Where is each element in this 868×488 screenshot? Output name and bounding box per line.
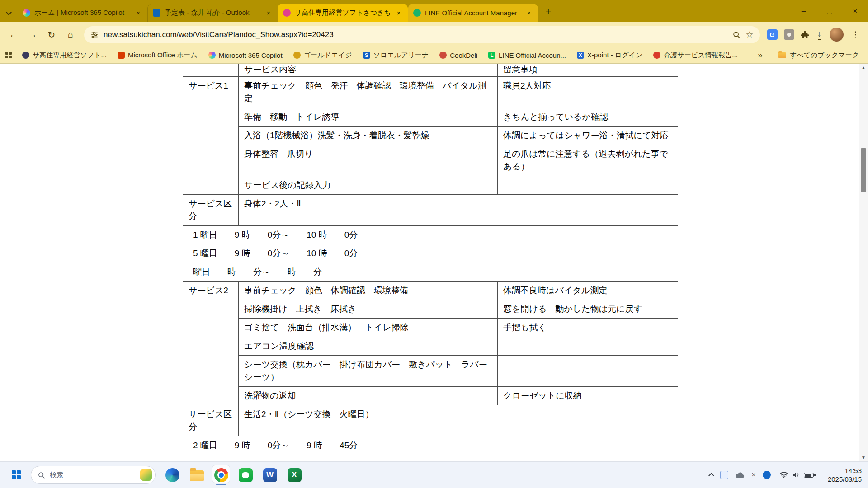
scrollbar-up-arrow[interactable]: ▲ bbox=[859, 65, 868, 70]
service-row: 洗濯物の返却クローゼットに収納 bbox=[183, 387, 678, 405]
tab-title: ホーム | Microsoft 365 Copilot bbox=[34, 9, 130, 17]
goldage-favicon bbox=[293, 52, 301, 59]
service-content-cell: 掃除機掛け 上拭き 床拭き bbox=[239, 300, 498, 319]
chrome-icon bbox=[214, 468, 228, 482]
new-tab-button[interactable]: + bbox=[542, 5, 555, 18]
taskbar-button-excel[interactable]: X bbox=[282, 463, 307, 487]
menu-button[interactable]: ⋮ bbox=[851, 29, 860, 40]
onedrive-cloud-icon[interactable] bbox=[735, 471, 745, 479]
bookmark-label: Microsoft 365 Copilot bbox=[219, 52, 283, 59]
tab-search-button[interactable] bbox=[0, 4, 17, 22]
xpoint-favicon: X bbox=[577, 52, 584, 59]
taskbar-button-chrome[interactable] bbox=[209, 463, 233, 487]
url-text: new.satsukichan.com/web/VisitCare/Plando… bbox=[104, 30, 727, 39]
tray-chevron-up-button[interactable] bbox=[709, 471, 713, 479]
tray-app-icon-1[interactable] bbox=[720, 471, 728, 479]
tab-title: LINE Official Account Manager bbox=[425, 9, 520, 17]
division-row: サービス区分身体2・2人・Ⅱ bbox=[183, 195, 678, 226]
service-content-cell: 準備 移動 トイレ誘導 bbox=[239, 108, 498, 127]
bookmark-item[interactable]: XX-point - ログイン bbox=[573, 49, 646, 61]
notes-cell: きちんと揃っているか確認 bbox=[498, 108, 678, 127]
notes-cell: 窓を開ける 動かした物は元に戻す bbox=[498, 300, 678, 319]
bookmark-star-icon[interactable]: ☆ bbox=[745, 29, 753, 40]
extensions-puzzle-icon[interactable] bbox=[801, 30, 810, 39]
bookmark-item[interactable]: Sソロエルアリーナ bbox=[359, 49, 433, 61]
bookmark-item[interactable]: LLINE Official Accoun... bbox=[484, 50, 570, 61]
taskbar-button-word[interactable]: W bbox=[258, 463, 282, 487]
notes-cell: 手摺も拭く bbox=[498, 319, 678, 337]
browser-tab-2[interactable]: 予定表 - 森井 祐介 - Outlook× bbox=[147, 4, 278, 22]
start-button[interactable] bbox=[6, 464, 26, 486]
bookmark-label: ソロエルアリーナ bbox=[373, 51, 429, 60]
bookmark-item[interactable]: サ高住専用経営ソフト... bbox=[18, 49, 111, 61]
office-favicon bbox=[118, 52, 125, 59]
browser-tab-3[interactable]: サ高住専用経営ソフトさつきちゃん× bbox=[278, 4, 408, 22]
copilot-favicon bbox=[23, 9, 30, 17]
tab-close-button[interactable]: × bbox=[264, 9, 273, 18]
file-explorer-icon bbox=[190, 470, 204, 481]
tab-close-button[interactable]: × bbox=[134, 9, 143, 18]
minimize-button[interactable]: – bbox=[791, 0, 816, 22]
bookmark-label: ゴールドエイジ bbox=[304, 51, 352, 60]
active-app-indicator bbox=[216, 484, 226, 485]
taskbar-button-edge[interactable] bbox=[160, 463, 184, 487]
downloads-button[interactable]: ↓ bbox=[817, 29, 822, 40]
zoom-icon[interactable] bbox=[732, 31, 741, 39]
maximize-button[interactable] bbox=[816, 0, 842, 22]
apps-grid-icon[interactable] bbox=[5, 52, 12, 58]
scrollbar-thumb[interactable] bbox=[861, 148, 866, 192]
profile-avatar[interactable] bbox=[830, 28, 844, 42]
bookmarks-bar: サ高住専用経営ソフト...Microsoft Office ホームMicroso… bbox=[0, 47, 868, 64]
close-window-button[interactable]: × bbox=[842, 0, 868, 22]
bookmark-item[interactable]: CookDeli bbox=[435, 50, 481, 61]
page-scrollbar[interactable]: ▲ ▼ bbox=[859, 64, 868, 461]
taskbar-button-line[interactable] bbox=[233, 463, 258, 487]
reload-button[interactable]: ↻ bbox=[42, 26, 61, 44]
bookmark-item[interactable]: ゴールドエイジ bbox=[289, 49, 356, 61]
browser-tab-1[interactable]: ホーム | Microsoft 365 Copilot× bbox=[17, 4, 147, 22]
service-content-cell: 身体整容 爪切り bbox=[239, 145, 498, 176]
clock-time: 14:53 bbox=[828, 466, 862, 475]
bookmarks-overflow-chevron[interactable]: » bbox=[753, 50, 767, 60]
bookmark-item[interactable]: Microsoft 365 Copilot bbox=[204, 50, 287, 61]
tray-close-app-icon[interactable]: × bbox=[752, 471, 756, 479]
service-content-cell: サービス後の記録入力 bbox=[239, 176, 498, 195]
search-placeholder: 検索 bbox=[50, 471, 136, 479]
scrollbar-down-arrow[interactable]: ▼ bbox=[859, 455, 868, 460]
translate-extension-icon[interactable]: G bbox=[767, 29, 778, 40]
line-favicon: L bbox=[488, 52, 495, 59]
taskbar-button-file-explorer[interactable] bbox=[184, 463, 209, 487]
care-plan-table: サービス内容留意事項サービス1事前チェック 顔色 発汗 体調確認 環境整備 バイ… bbox=[183, 64, 678, 455]
forward-button[interactable]: → bbox=[24, 26, 42, 44]
excel-icon: X bbox=[288, 468, 302, 482]
service-content-cell: ゴミ捨て 洗面台（排水溝） トイレ掃除 bbox=[239, 319, 498, 337]
taskbar-clock[interactable]: 14:53 2025/03/15 bbox=[828, 466, 862, 483]
schedule-row: 5 曜日 9 時 0分～ 10 時 0分 bbox=[183, 244, 678, 263]
edge-icon bbox=[165, 468, 179, 482]
bookmark-item[interactable]: Microsoft Office ホーム bbox=[113, 49, 202, 61]
home-button[interactable]: ⌂ bbox=[61, 26, 80, 44]
notes-cell: 体調によってはシャワー浴・清拭にて対応 bbox=[498, 127, 678, 145]
line-clock-favicon bbox=[413, 9, 421, 17]
cookdeli-favicon bbox=[439, 52, 447, 59]
word-icon: W bbox=[263, 468, 277, 482]
tray-app-icon-2[interactable] bbox=[763, 471, 771, 479]
back-button[interactable]: ← bbox=[5, 26, 23, 44]
tab-close-button[interactable]: × bbox=[394, 9, 403, 18]
all-bookmarks-button[interactable]: すべてのブックマーク bbox=[775, 49, 863, 61]
tray-status-group[interactable] bbox=[779, 471, 814, 479]
taskbar-search[interactable]: 検索 bbox=[31, 466, 156, 484]
service-content-cell: シーツ交換（枕カバー 掛け布団カバー 敷きパット ラバーシーツ） bbox=[239, 356, 498, 387]
screenshot-extension-icon[interactable] bbox=[784, 29, 794, 40]
notes-cell: クローゼットに収納 bbox=[498, 387, 678, 405]
tab-close-button[interactable]: × bbox=[524, 9, 533, 18]
search-highlights-icon bbox=[140, 469, 152, 481]
site-info-icon[interactable] bbox=[90, 31, 99, 39]
tab-title: サ高住専用経営ソフトさつきちゃん bbox=[295, 9, 390, 17]
browser-tab-4[interactable]: LINE Official Account Manager× bbox=[408, 4, 538, 22]
address-bar[interactable]: new.satsukichan.com/web/VisitCare/Plando… bbox=[84, 26, 760, 43]
app-letter: X bbox=[292, 470, 297, 479]
bookmark-item[interactable]: 介護サービス情報報告... bbox=[649, 49, 742, 61]
division-label-cell: サービス区分 bbox=[183, 405, 239, 436]
service-row: サービス後の記録入力 bbox=[183, 176, 678, 195]
